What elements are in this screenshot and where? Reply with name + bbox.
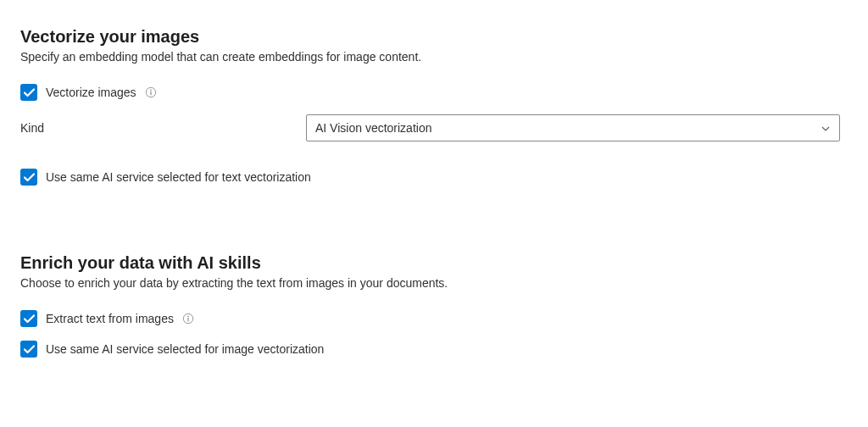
same-service-image-row: Use same AI service selected for image v…: [20, 341, 848, 358]
extract-text-row: Extract text from images: [20, 310, 848, 327]
same-service-text-checkbox[interactable]: [20, 169, 37, 186]
svg-rect-5: [187, 318, 188, 321]
chevron-down-icon: [821, 123, 831, 133]
kind-dropdown[interactable]: AI Vision vectorization: [306, 114, 840, 141]
vectorize-images-row: Vectorize images: [20, 84, 848, 101]
vectorize-images-label: Vectorize images: [46, 86, 136, 99]
section-title-vectorize: Vectorize your images: [20, 27, 848, 47]
svg-point-1: [150, 90, 152, 92]
vectorize-images-checkbox[interactable]: [20, 84, 37, 101]
same-service-image-checkbox[interactable]: [20, 341, 37, 358]
kind-label: Kind: [20, 121, 306, 135]
section-title-enrich: Enrich your data with AI skills: [20, 253, 848, 273]
same-service-image-label: Use same AI service selected for image v…: [46, 342, 324, 356]
svg-rect-2: [150, 92, 151, 95]
info-icon[interactable]: [182, 313, 194, 324]
svg-point-4: [187, 316, 189, 318]
same-service-text-label: Use same AI service selected for text ve…: [46, 170, 311, 184]
kind-dropdown-value: AI Vision vectorization: [315, 121, 431, 135]
section-subtitle-enrich: Choose to enrich your data by extracting…: [20, 276, 848, 290]
info-icon[interactable]: [145, 86, 157, 98]
same-service-text-row: Use same AI service selected for text ve…: [20, 169, 848, 186]
extract-text-label: Extract text from images: [46, 312, 174, 325]
extract-text-checkbox[interactable]: [20, 310, 37, 327]
kind-field-row: Kind AI Vision vectorization: [20, 114, 848, 141]
section-subtitle-vectorize: Specify an embedding model that can crea…: [20, 50, 848, 64]
